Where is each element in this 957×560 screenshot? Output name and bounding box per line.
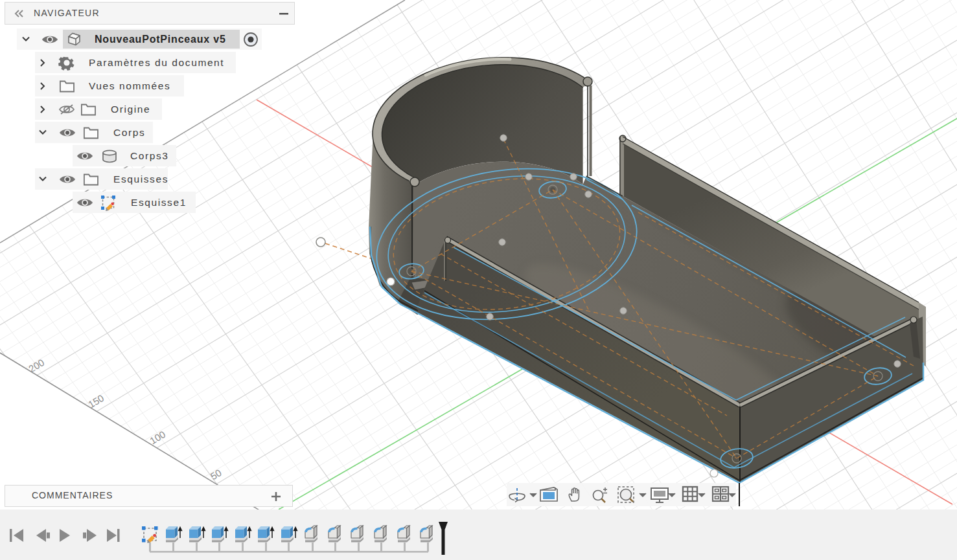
svg-text:Origine: Origine bbox=[111, 104, 150, 115]
svg-text:Corps3: Corps3 bbox=[130, 150, 169, 161]
svg-text:Esquisse1: Esquisse1 bbox=[131, 197, 187, 208]
svg-text:Esquisses: Esquisses bbox=[113, 174, 168, 185]
svg-text:50: 50 bbox=[209, 467, 224, 482]
svg-text:NouveauPotPinceaux v5: NouveauPotPinceaux v5 bbox=[95, 34, 226, 45]
svg-text:Corps: Corps bbox=[113, 127, 145, 138]
svg-text:Vues nommées: Vues nommées bbox=[89, 80, 170, 91]
svg-text:Paramètres du document: Paramètres du document bbox=[89, 57, 224, 68]
